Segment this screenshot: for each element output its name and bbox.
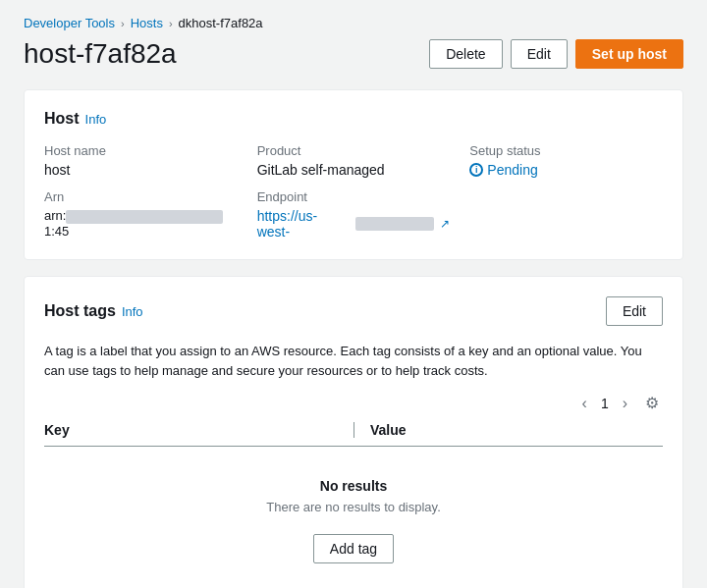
product-field: Product GitLab self-managed xyxy=(257,143,451,178)
host-tags-title: Host tags Info xyxy=(44,302,143,320)
tags-table-header: Key Value xyxy=(44,422,663,447)
key-column-header: Key xyxy=(44,422,354,438)
pagination-row: ‹ 1 › ⚙ xyxy=(44,392,663,414)
external-link-icon[interactable]: ↗ xyxy=(440,217,450,231)
endpoint-link[interactable]: https://us-west- xyxy=(257,208,351,240)
header-actions: Delete Edit Set up host xyxy=(429,39,683,69)
edit-button[interactable]: Edit xyxy=(511,39,568,69)
delete-button[interactable]: Delete xyxy=(429,39,502,69)
tags-description: A tag is a label that you assign to an A… xyxy=(44,342,663,380)
setup-status-field: Setup status i Pending xyxy=(469,143,663,178)
host-tags-info-link[interactable]: Info xyxy=(122,304,143,319)
value-column-header: Value xyxy=(354,422,663,438)
endpoint-value: https://us-west- ↗ xyxy=(257,208,451,240)
endpoint-bar xyxy=(355,217,434,231)
page-header: host-f7af82a Delete Edit Set up host xyxy=(24,38,683,70)
setup-status-label: Setup status xyxy=(469,143,663,158)
host-info-card: Host Info Host name host Product GitLab … xyxy=(24,89,683,260)
arn-value: arn:1:45 xyxy=(44,208,238,239)
endpoint-label: Endpoint xyxy=(257,189,451,204)
host-tags-edit-button[interactable]: Edit xyxy=(606,296,663,326)
host-info-title: Host Info xyxy=(44,110,106,128)
setup-host-button[interactable]: Set up host xyxy=(575,39,683,69)
setup-status-value: i Pending xyxy=(469,162,663,178)
arn-field: Arn arn:1:45 xyxy=(44,189,238,240)
pagination-next-button[interactable]: › xyxy=(617,393,633,414)
breadcrumb-developer-tools[interactable]: Developer Tools xyxy=(24,16,115,30)
host-name-value: host xyxy=(44,162,238,178)
empty-desc: There are no results to display. xyxy=(44,500,663,514)
empty-title: No results xyxy=(44,478,663,494)
arn-section: Arn arn:1:45 Endpoint https://us-west- ↗ xyxy=(44,189,663,240)
host-info-card-header: Host Info xyxy=(44,110,663,128)
host-name-field: Host name host xyxy=(44,143,238,178)
arn-blurred xyxy=(66,210,223,224)
host-tags-card: Host tags Info Edit A tag is a label tha… xyxy=(24,276,683,588)
add-tag-button[interactable]: Add tag xyxy=(313,534,394,563)
breadcrumb-chevron-2: › xyxy=(169,18,173,29)
pagination-settings-button[interactable]: ⚙ xyxy=(641,392,663,414)
arn-label: Arn xyxy=(44,189,238,204)
pagination-prev-button[interactable]: ‹ xyxy=(576,393,593,414)
pending-icon: i xyxy=(469,163,483,177)
product-label: Product xyxy=(257,143,451,158)
product-value: GitLab self-managed xyxy=(257,162,451,178)
breadcrumb: Developer Tools › Hosts › dkhost-f7af82a xyxy=(24,16,683,30)
pagination-current: 1 xyxy=(601,396,609,411)
endpoint-field: Endpoint https://us-west- ↗ xyxy=(257,189,451,240)
host-tags-card-header: Host tags Info Edit xyxy=(44,296,663,326)
empty-state: No results There are no results to displ… xyxy=(44,447,663,579)
breadcrumb-chevron-1: › xyxy=(121,18,125,29)
page-title: host-f7af82a xyxy=(24,38,177,70)
breadcrumb-current: dkhost-f7af82a xyxy=(179,16,263,30)
host-info-grid: Host name host Product GitLab self-manag… xyxy=(44,143,663,178)
host-info-link[interactable]: Info xyxy=(85,112,107,127)
breadcrumb-hosts[interactable]: Hosts xyxy=(131,16,163,30)
host-name-label: Host name xyxy=(44,143,238,158)
